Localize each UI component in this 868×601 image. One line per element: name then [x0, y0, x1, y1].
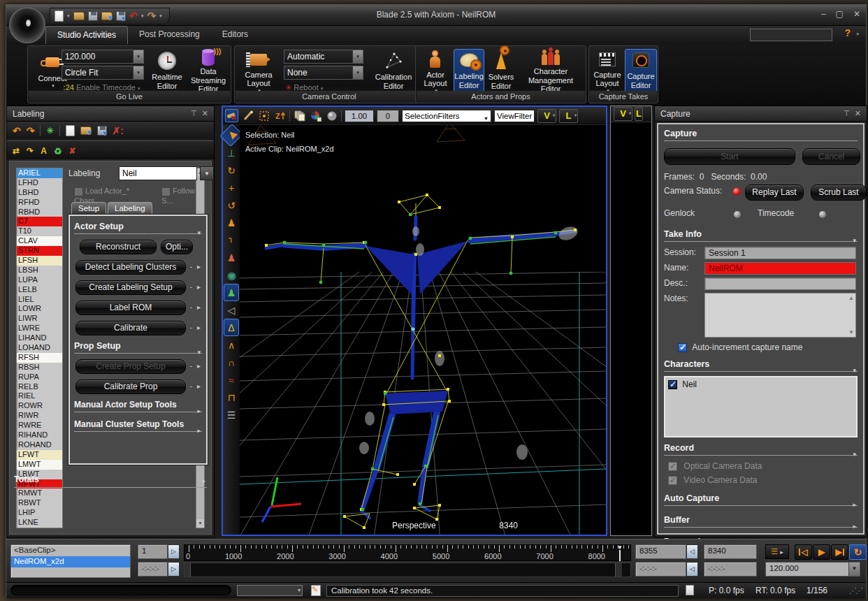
pin-icon[interactable]: ⊤: [190, 109, 197, 118]
ribbon-tab[interactable]: Studio Activities: [45, 26, 128, 44]
actor-combo-dropdown-icon[interactable]: ▼: [200, 166, 214, 180]
marker-row[interactable]: LWRE: [17, 324, 62, 333]
options-button[interactable]: Opti...: [161, 240, 193, 254]
ribbon-tab[interactable]: Post Processing: [128, 26, 211, 44]
camera-mode2-combo[interactable]: None▾: [284, 66, 363, 80]
marker-row[interactable]: RFSH: [17, 353, 62, 363]
optical-camera-data-checkbox[interactable]: [668, 462, 677, 471]
camera-mode-combo[interactable]: Automatic▾: [284, 50, 363, 64]
manual-actor-tools-header[interactable]: Manual Actor Setup Tools: [74, 400, 177, 410]
marquee-select-icon[interactable]: [257, 109, 270, 122]
refresh-labels-icon[interactable]: ♻: [54, 146, 62, 157]
marker-row[interactable]: LHIP: [17, 508, 62, 518]
characters-icon[interactable]: ♟: [224, 284, 239, 301]
timecode-stepper[interactable]: -:-:-:-▷: [138, 562, 180, 577]
record-header[interactable]: Record: [664, 443, 694, 453]
list-tool-icon[interactable]: ☰: [224, 406, 239, 423]
camera-layout-button[interactable]: Camera Layout: [239, 50, 278, 94]
actor-combo[interactable]: Neil: [119, 166, 197, 180]
save-doc-icon[interactable]: ▼: [97, 126, 107, 136]
marker-row[interactable]: RWRE: [17, 421, 62, 430]
frame-offset-field[interactable]: 0: [377, 110, 399, 122]
marker-row[interactable]: RIEL: [17, 391, 62, 401]
marker-row[interactable]: RMWT: [17, 488, 62, 498]
help-button[interactable]: ?: [844, 27, 851, 38]
cancel-button[interactable]: Cancel: [802, 148, 860, 165]
new-file-icon[interactable]: [55, 10, 64, 22]
save-icon[interactable]: [88, 11, 98, 21]
pin-icon[interactable]: ⊤: [843, 109, 850, 118]
viewport-secondary-pane[interactable]: V▾ L: [610, 106, 652, 536]
marker-row[interactable]: LELB: [17, 285, 62, 295]
z-up-icon[interactable]: Z: [273, 109, 287, 122]
capture-editor-button[interactable]: Capture Editor: [625, 49, 657, 95]
character-management-editor-button[interactable]: Character Management Editor: [518, 50, 584, 94]
session-field[interactable]: Session 1: [704, 247, 856, 259]
viewport-canvas[interactable]: Selection: Neil Active Clip: NeilROM_x2d…: [240, 125, 606, 535]
sparkle-icon[interactable]: ✳: [46, 126, 53, 136]
marker-row[interactable]: RELB: [17, 382, 62, 392]
calibrate-prop-button[interactable]: Calibrate Prop: [75, 379, 186, 394]
label-mode-button[interactable]: L▾: [559, 109, 578, 123]
range-end-timecode[interactable]: -:-:-:-◁: [635, 562, 698, 577]
clip-row[interactable]: NeilROM_x2d: [11, 556, 130, 567]
expand-arrow-icon[interactable]: [190, 324, 202, 331]
name-field[interactable]: NeilROM: [704, 262, 856, 275]
actor-layout-button[interactable]: Actor Layout: [419, 50, 452, 94]
step-tool-icon[interactable]: ⊓: [224, 389, 239, 406]
globe-icon[interactable]: ◉: [224, 266, 239, 284]
resize-grip[interactable]: ⋰⋰: [849, 586, 862, 595]
go-to-start-button[interactable]: ◁: [795, 544, 812, 560]
marker-row[interactable]: CLAV: [17, 236, 62, 246]
auto-capture-header[interactable]: Auto Capture: [664, 493, 719, 503]
scrub-last-button[interactable]: Scrub Last: [811, 184, 867, 201]
remove-labels-icon[interactable]: ✘: [68, 146, 75, 156]
view-mode-button-2[interactable]: V▾: [614, 107, 632, 121]
detect-labeling-clusters-button[interactable]: Detect Labeling Clusters: [75, 260, 186, 275]
ribbon-tab[interactable]: Editors: [211, 26, 259, 44]
marker-row[interactable]: RIHAND: [17, 430, 62, 440]
load-actor-chars-checkbox[interactable]: [74, 187, 83, 196]
calibrate-button[interactable]: Calibrate: [75, 321, 186, 335]
forward-icon[interactable]: ↷: [27, 125, 35, 136]
maximize-button[interactable]: ▢: [836, 9, 844, 19]
expand-arrow-icon[interactable]: [190, 362, 202, 370]
solvers-editor-button[interactable]: Solvers Editor: [486, 50, 516, 94]
swap-labels-icon[interactable]: ⇄: [13, 146, 20, 156]
cascade-windows-icon[interactable]: [293, 109, 306, 122]
marker-row[interactable]: RBSH: [17, 363, 62, 372]
range-end-stepper[interactable]: 8355◁: [635, 544, 698, 559]
totals-header[interactable]: Totals▸: [14, 475, 207, 488]
translate-axis-icon[interactable]: ⊥: [224, 144, 239, 161]
realtime-editor-button[interactable]: Realtime Editor: [148, 50, 186, 94]
actor-icon[interactable]: ♟: [224, 214, 239, 231]
frame-stepper[interactable]: 1▷: [138, 544, 180, 559]
joint-icon[interactable]: ⌐: [223, 233, 240, 248]
tab-labeling[interactable]: Labeling: [108, 202, 152, 214]
brush-icon[interactable]: [241, 109, 254, 122]
actors-small-icon[interactable]: ♟: [224, 249, 239, 266]
color-wheel-icon[interactable]: [309, 109, 322, 122]
video-camera-data-checkbox[interactable]: [668, 476, 677, 485]
create-prop-setup-button[interactable]: Create Prop Setup: [75, 359, 186, 374]
marker-row[interactable]: ARIEL: [17, 168, 62, 178]
expand-arrow-icon[interactable]: [190, 303, 202, 311]
auto-label-icon[interactable]: A: [41, 146, 47, 156]
marker-row[interactable]: LBSH: [17, 266, 62, 275]
close-button[interactable]: ✕: [853, 9, 860, 19]
marker-row[interactable]: STRN: [17, 246, 62, 256]
undo-icon[interactable]: ↶: [129, 10, 138, 22]
hammer-select-icon[interactable]: ✕: [225, 109, 238, 122]
view-mode-button[interactable]: V▾: [537, 109, 556, 123]
delete-icon[interactable]: ✗:: [113, 125, 124, 136]
reconstruct-button[interactable]: Reconstruct: [80, 240, 157, 254]
play-button[interactable]: ▶: [813, 544, 830, 560]
bell-icon[interactable]: Δ: [224, 319, 239, 336]
rotate-tool-icon[interactable]: ↻: [224, 161, 239, 179]
playhead-marker[interactable]: ▼: [616, 544, 623, 551]
log-note-icon[interactable]: [311, 585, 321, 596]
marker-row[interactable]: LMWT: [17, 460, 62, 470]
help-caret-icon[interactable]: ▾: [856, 31, 859, 37]
selection-filters-combo[interactable]: SelectionFilters▼: [402, 110, 491, 122]
close-icon[interactable]: ✕: [855, 109, 861, 118]
